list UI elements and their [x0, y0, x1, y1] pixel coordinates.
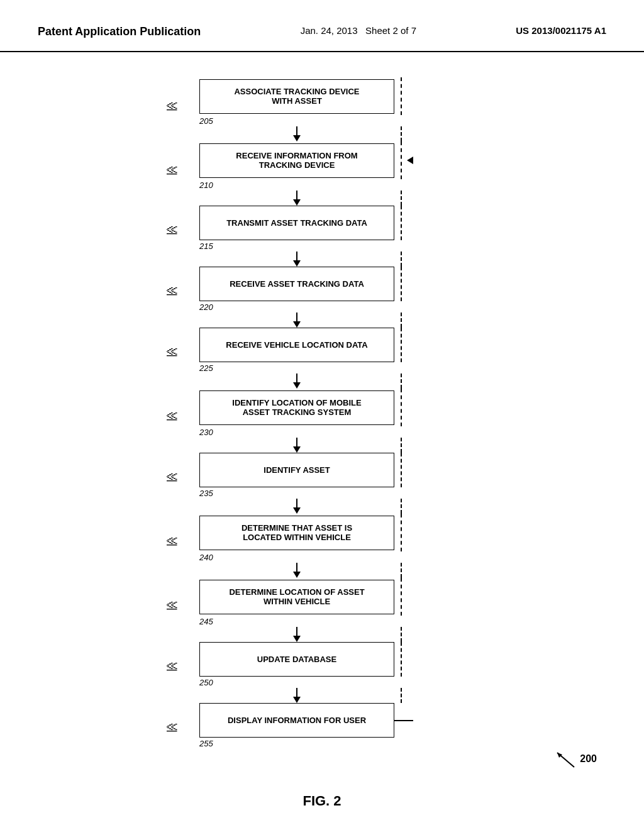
step-235: ⪣ IDENTIFY ASSET 235: [165, 453, 479, 499]
box-220: RECEIVE ASSET TRACKING DATA: [199, 267, 394, 301]
sheet-info: Sheet 2 of 7: [365, 25, 416, 36]
step-num-215: 215: [199, 241, 213, 251]
bracket-240: ⪣: [165, 534, 179, 550]
step-205: ⪣ ASSOCIATE TRACKING DEVICE WITH ASSET 2…: [165, 77, 479, 126]
arrow-235-240: [165, 499, 479, 514]
bracket-235: ⪣: [165, 470, 179, 486]
step-225: ⪣ RECEIVE VEHICLE LOCATION DATA 225: [165, 328, 479, 374]
step-245: ⪣ DETERMINE LOCATION OF ASSET WITHIN VEH…: [165, 578, 479, 627]
arrow-225-230: [165, 374, 479, 389]
figure-label: FIG. 2: [303, 793, 341, 809]
step-255: ⪣ DISPLAY INFORMATION FOR USER 255: [165, 703, 479, 749]
step-210: ⪣ RECEIVE INFORMATION FROM TRACKING DEVI…: [165, 141, 479, 191]
step-num-230: 230: [199, 428, 213, 437]
arrow-250-255: [165, 688, 479, 703]
step-220: ⪣ RECEIVE ASSET TRACKING DATA 220: [165, 267, 479, 313]
dashed-right-240: [401, 514, 402, 551]
dashed-right-arrow1: [401, 126, 402, 141]
dashed-right-225: [401, 328, 402, 362]
publication-date: Jan. 24, 2013: [301, 25, 358, 36]
bracket-225: ⪣: [165, 345, 179, 361]
box-250: UPDATE DATABASE: [199, 642, 394, 677]
arrow-220-225: [165, 313, 479, 328]
bracket-245: ⪣: [165, 598, 179, 614]
return-arrow-head: [407, 157, 413, 164]
box-225: RECEIVE VEHICLE LOCATION DATA: [199, 328, 394, 362]
box-240: DETERMINE THAT ASSET IS LOCATED WITHIN V…: [199, 516, 394, 550]
dashed-right-arrow8: [401, 563, 402, 578]
dashed-right-250: [401, 642, 402, 677]
box-235: IDENTIFY ASSET: [199, 453, 394, 487]
bracket-205: ⪣: [165, 100, 179, 114]
step-num-240: 240: [199, 553, 213, 562]
dashed-right-245: [401, 578, 402, 616]
dashed-right-arrow4: [401, 313, 402, 328]
bracket-220: ⪣: [165, 284, 179, 300]
ref-200-container: 200: [552, 750, 597, 768]
bracket-215: ⪣: [165, 223, 179, 239]
arrow-210-215: [165, 191, 479, 206]
box-245: DETERMINE LOCATION OF ASSET WITHIN VEHIC…: [199, 580, 394, 614]
box-215: TRANSMIT ASSET TRACKING DATA: [199, 206, 394, 240]
bracket-255: ⪣: [165, 720, 179, 736]
dashed-right-arrow10: [401, 688, 402, 703]
dashed-right-arrow9: [401, 627, 402, 642]
dashed-right-220: [401, 267, 402, 301]
arrow-205-210: [165, 126, 479, 141]
bracket-210: ⪣: [165, 164, 179, 178]
main-content: ⪣ ASSOCIATE TRACKING DEVICE WITH ASSET 2…: [0, 52, 644, 830]
dashed-right-235: [401, 453, 402, 487]
dashed-right-205: [401, 77, 402, 115]
step-num-235: 235: [199, 489, 213, 498]
arrow-215-220: [165, 252, 479, 267]
step-num-210: 210: [199, 180, 213, 190]
bracket-230: ⪣: [165, 409, 179, 425]
step-240: ⪣ DETERMINE THAT ASSET IS LOCATED WITHIN…: [165, 514, 479, 563]
dashed-right-215: [401, 206, 402, 240]
page-header: Patent Application Publication Jan. 24, …: [0, 0, 644, 52]
box-210: RECEIVE INFORMATION FROM TRACKING DEVICE: [199, 143, 394, 178]
dashed-right-230: [401, 389, 402, 426]
bracket-250: ⪣: [165, 659, 179, 675]
step-num-225: 225: [199, 363, 213, 373]
dashed-right-210: [401, 141, 402, 179]
step-215: ⪣ TRANSMIT ASSET TRACKING DATA 215: [165, 206, 479, 252]
dashed-right-arrow6: [401, 438, 402, 453]
step-num-250: 250: [199, 678, 213, 687]
step-num-220: 220: [199, 302, 213, 312]
publication-title: Patent Application Publication: [38, 25, 201, 38]
box-205: ASSOCIATE TRACKING DEVICE WITH ASSET: [199, 79, 394, 114]
ref-200-label: 200: [580, 753, 597, 765]
dashed-right-arrow2: [401, 191, 402, 206]
dashed-right-arrow7: [401, 499, 402, 514]
arrow-240-245: [165, 563, 479, 578]
step-num-205: 205: [199, 116, 213, 126]
dashed-right-arrow3: [401, 252, 402, 267]
ref-200-arrow: [552, 750, 577, 768]
arrow-230-235: [165, 438, 479, 453]
box-230: IDENTIFY LOCATION OF MOBILE ASSET TRACKI…: [199, 390, 394, 425]
flowchart: ⪣ ASSOCIATE TRACKING DEVICE WITH ASSET 2…: [165, 77, 479, 749]
step-num-245: 245: [199, 617, 213, 626]
publication-date-sheet: Jan. 24, 2013 Sheet 2 of 7: [301, 25, 416, 36]
patent-number: US 2013/0021175 A1: [516, 25, 606, 36]
step-250: ⪣ UPDATE DATABASE 250: [165, 642, 479, 688]
dashed-right-arrow5: [401, 374, 402, 389]
step-num-255: 255: [199, 739, 213, 748]
arrow-245-250: [165, 627, 479, 642]
step-230: ⪣ IDENTIFY LOCATION OF MOBILE ASSET TRAC…: [165, 389, 479, 438]
connector-255-right: [394, 720, 413, 721]
box-255: DISPLAY INFORMATION FOR USER: [199, 703, 394, 738]
